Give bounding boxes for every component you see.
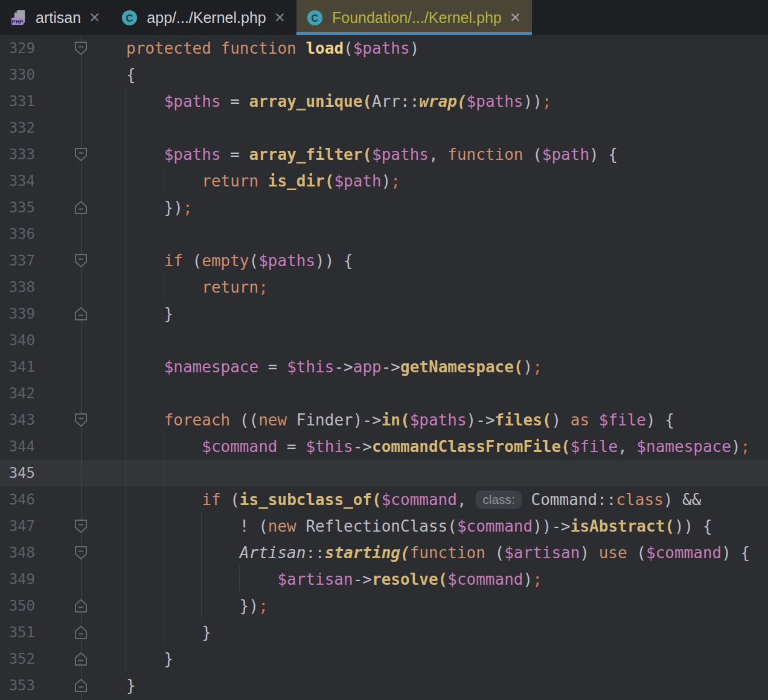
close-tab-icon[interactable]: ✕ (89, 11, 100, 25)
code-line[interactable]: 352 } (0, 646, 768, 672)
tab-app-kernel[interactable]: C app/.../Kernel.php ✕ (111, 0, 296, 35)
code-token: $path (542, 145, 589, 164)
code-line[interactable]: 351 } (0, 619, 768, 646)
gutter-fold-column (35, 115, 109, 141)
line-number: 346 (0, 486, 35, 513)
close-tab-icon[interactable]: ✕ (510, 11, 521, 25)
code-text[interactable]: ! (new ReflectionClass($command))->isAbs… (109, 513, 768, 539)
code-text[interactable] (109, 380, 768, 407)
code-text[interactable]: Artisan::starting(function ($artisan) us… (109, 539, 768, 566)
code-text[interactable] (109, 115, 768, 141)
code-text[interactable]: $command = $this->commandClassFromFile($… (109, 433, 768, 460)
code-line[interactable]: 343 foreach ((new Finder)->in($paths)->f… (0, 407, 768, 433)
code-line[interactable]: 338 return; (0, 274, 768, 301)
tab-foundation-kernel[interactable]: C Foundation/.../Kernel.php ✕ (296, 0, 532, 35)
code-line[interactable]: 329protected function load($paths) (0, 35, 768, 62)
code-text[interactable] (109, 221, 768, 247)
code-token: use (599, 544, 627, 562)
code-token: } (126, 676, 136, 695)
line-number: 339 (0, 301, 35, 327)
code-text[interactable]: $paths = array_filter($paths, function (… (109, 141, 768, 168)
code-line[interactable]: 337 if (empty($paths)) { (0, 247, 768, 274)
fold-start-icon[interactable] (73, 412, 89, 428)
code-token: ( (447, 517, 457, 535)
code-text[interactable]: protected function load($paths) (109, 35, 768, 62)
code-line[interactable]: 330{ (0, 62, 768, 88)
fold-end-icon[interactable] (73, 651, 89, 667)
code-line[interactable]: 340 (0, 327, 768, 354)
code-token: ; (258, 597, 268, 615)
code-text[interactable]: foreach ((new Finder)->in($paths)->files… (109, 407, 768, 433)
code-text[interactable]: return; (109, 274, 768, 301)
line-number: 331 (0, 88, 35, 115)
fold-end-icon[interactable] (73, 200, 89, 215)
code-text[interactable]: $namespace = $this->app->getNamespace(); (109, 354, 768, 380)
code-token (126, 92, 164, 110)
line-number: 344 (0, 433, 35, 460)
code-text[interactable] (109, 460, 768, 486)
gutter-fold-column (35, 593, 109, 619)
gutter-fold-column (35, 539, 109, 566)
code-line[interactable]: 336 (0, 221, 768, 247)
close-tab-icon[interactable]: ✕ (274, 11, 286, 25)
code-line[interactable]: 353} (0, 672, 768, 699)
fold-start-icon[interactable] (73, 147, 89, 162)
code-token: array_filter( (249, 145, 373, 164)
code-text[interactable]: return is_dir($path); (109, 168, 768, 194)
code-line[interactable]: 350 }); (0, 593, 768, 619)
code-text[interactable]: }); (109, 194, 768, 221)
fold-end-icon[interactable] (73, 625, 89, 640)
code-line[interactable]: 346 if (is_subclass_of($command, class: … (0, 486, 768, 513)
code-line[interactable]: 347 ! (new ReflectionClass($command))->i… (0, 513, 768, 539)
code-text[interactable]: $paths = array_unique(Arr::wrap($paths))… (109, 88, 768, 115)
code-text[interactable]: $artisan->resolve($command); (109, 566, 768, 593)
code-line[interactable]: 342 (0, 380, 768, 407)
tab-artisan[interactable]: PHP artisan ✕ (0, 0, 111, 35)
fold-end-icon[interactable] (73, 598, 89, 614)
gutter-fold-column (35, 62, 109, 88)
fold-end-icon[interactable] (73, 678, 89, 693)
code-line-current[interactable]: 345 (0, 460, 768, 486)
fold-start-icon[interactable] (73, 545, 89, 561)
code-line[interactable]: 334 return is_dir($path); (0, 168, 768, 194)
code-token: $file (571, 438, 618, 456)
code-token: ) { (589, 145, 618, 164)
code-line[interactable]: 339 } (0, 301, 768, 327)
code-text[interactable]: if (is_subclass_of($command, class: Comm… (109, 486, 768, 513)
code-text[interactable]: } (109, 301, 768, 327)
code-line[interactable]: 333 $paths = array_filter($paths, functi… (0, 141, 768, 168)
code-text[interactable]: if (empty($paths)) { (109, 247, 768, 274)
editor-tab-bar: PHP artisan ✕ C app/.../Kernel.php ✕ C F… (0, 0, 768, 35)
gutter-fold-column (35, 327, 109, 354)
code-token: ) { (722, 544, 750, 562)
code-token: } (126, 623, 211, 641)
code-line[interactable]: 341 $namespace = $this->app->getNamespac… (0, 354, 768, 380)
code-token: -> (353, 438, 372, 456)
code-text[interactable] (109, 327, 768, 354)
code-text[interactable]: { (109, 62, 768, 88)
code-token: ) (523, 570, 533, 588)
fold-end-icon[interactable] (73, 306, 89, 322)
code-line[interactable]: 335 }); (0, 194, 768, 221)
fold-start-icon[interactable] (73, 518, 89, 534)
editor-lines: 329protected function load($paths)330{33… (0, 35, 768, 699)
fold-start-icon[interactable] (73, 40, 89, 56)
code-editor[interactable]: 329protected function load($paths)330{33… (0, 35, 768, 700)
tab-label: app/.../Kernel.php (147, 9, 266, 27)
fold-start-icon[interactable] (73, 253, 89, 269)
code-token: ; (741, 438, 750, 456)
code-line[interactable]: 344 $command = $this->commandClassFromFi… (0, 433, 768, 460)
code-token (126, 252, 164, 270)
code-line[interactable]: 348 Artisan::starting(function ($artisan… (0, 539, 768, 566)
code-text[interactable]: } (109, 619, 768, 646)
code-line[interactable]: 331 $paths = array_unique(Arr::wrap($pat… (0, 88, 768, 115)
code-text[interactable]: } (109, 672, 768, 699)
code-text[interactable]: }); (109, 593, 768, 619)
code-line[interactable]: 349 $artisan->resolve($command); (0, 566, 768, 593)
code-text[interactable]: } (109, 646, 768, 672)
code-token: )) { (315, 252, 353, 270)
code-token: files( (495, 411, 552, 429)
indent-guide (164, 168, 164, 194)
code-line[interactable]: 332 (0, 115, 768, 141)
line-number: 336 (0, 221, 35, 247)
